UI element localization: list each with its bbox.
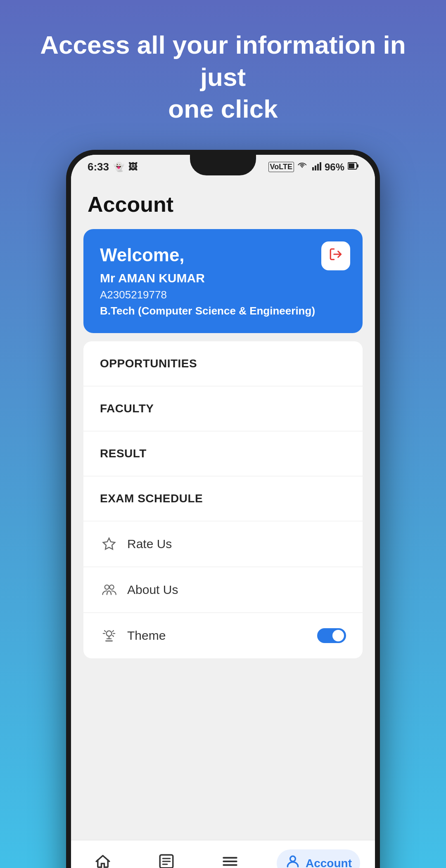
svg-point-10 xyxy=(107,631,112,636)
nav-item-account[interactable]: Account xyxy=(277,849,360,868)
phone-screen: 6:33 👻 🖼 VoLTE 96% xyxy=(71,155,375,868)
logout-button[interactable] xyxy=(321,241,350,270)
page-title: Account xyxy=(88,192,358,217)
nav-item-menu[interactable] xyxy=(213,849,247,868)
theme-icon xyxy=(100,629,118,643)
svg-marker-7 xyxy=(103,538,115,549)
menu-item-result[interactable]: RESULT xyxy=(83,431,363,476)
faculty-label: FACULTY xyxy=(100,402,154,415)
user-id: A2305219778 xyxy=(100,289,346,301)
notch xyxy=(190,155,256,175)
time-display: 6:33 xyxy=(88,161,109,173)
opportunities-label: OPPORTUNITIES xyxy=(100,357,197,370)
nav-item-news[interactable] xyxy=(149,849,183,868)
svg-rect-0 xyxy=(312,167,314,170)
user-name: Mr AMAN KUMAR xyxy=(100,271,346,285)
menu-item-opportunities[interactable]: OPPORTUNITIES xyxy=(83,341,363,386)
svg-rect-5 xyxy=(357,164,358,168)
menu-list: OPPORTUNITIES FACULTY RESULT EXAM SCHEDU… xyxy=(83,341,363,658)
menu-icon xyxy=(221,853,239,868)
svg-rect-1 xyxy=(315,166,316,170)
battery-icon xyxy=(348,161,358,173)
svg-line-15 xyxy=(112,630,114,631)
screen-content: Account Welcome, Mr AMAN KUMAR A23052197… xyxy=(71,180,375,840)
greeting-text: Welcome, xyxy=(100,245,346,265)
welcome-card: Welcome, Mr AMAN KUMAR A2305219778 B.Tec… xyxy=(83,229,363,333)
wifi-icon xyxy=(297,161,309,173)
svg-rect-6 xyxy=(349,163,354,168)
theme-label: Theme xyxy=(127,629,166,643)
account-nav-icon xyxy=(285,854,301,868)
svg-point-8 xyxy=(105,585,109,589)
logout-icon xyxy=(329,247,343,265)
snapchat-icon: 👻 xyxy=(113,162,124,173)
news-icon xyxy=(158,853,175,868)
rate-us-label: Rate Us xyxy=(127,537,172,551)
menu-item-exam-schedule[interactable]: EXAM SCHEDULE xyxy=(83,476,363,521)
svg-line-14 xyxy=(112,635,114,636)
svg-rect-2 xyxy=(317,164,319,170)
about-us-label: About Us xyxy=(127,583,178,597)
status-left: 6:33 👻 🖼 xyxy=(88,161,138,173)
status-bar: 6:33 👻 🖼 VoLTE 96% xyxy=(71,155,375,180)
status-right: VoLTE 96% xyxy=(268,161,358,173)
phone-shell: 6:33 👻 🖼 VoLTE 96% xyxy=(66,150,380,868)
menu-item-faculty[interactable]: FACULTY xyxy=(83,386,363,431)
signal-icon xyxy=(312,161,321,173)
star-icon xyxy=(100,537,118,551)
user-course: B.Tech (Computer Science & Engineering) xyxy=(100,305,346,317)
headline-line1: Access all your information in just xyxy=(40,31,406,91)
svg-point-23 xyxy=(290,856,296,861)
headline-line2: one click xyxy=(168,95,278,123)
nav-item-home[interactable] xyxy=(86,849,120,868)
home-icon xyxy=(94,853,112,868)
theme-toggle[interactable] xyxy=(317,628,346,643)
svg-line-13 xyxy=(104,630,106,631)
people-icon xyxy=(100,583,118,597)
account-nav-label: Account xyxy=(306,857,352,868)
page-header: Account xyxy=(71,180,375,225)
headline-text: Access all your information in just one … xyxy=(0,0,446,150)
result-label: RESULT xyxy=(100,447,147,460)
menu-item-theme[interactable]: Theme xyxy=(83,613,363,658)
volte-icon: VoLTE xyxy=(268,162,294,172)
battery-percent: 96% xyxy=(325,161,344,173)
svg-rect-3 xyxy=(320,162,321,170)
bottom-navigation: Account xyxy=(71,840,375,868)
menu-item-rate-us[interactable]: Rate Us xyxy=(83,521,363,567)
exam-schedule-label: EXAM SCHEDULE xyxy=(100,492,203,505)
svg-point-9 xyxy=(109,585,114,589)
toggle-knob xyxy=(332,630,344,641)
image-icon: 🖼 xyxy=(128,162,138,173)
menu-item-about-us[interactable]: About Us xyxy=(83,567,363,613)
